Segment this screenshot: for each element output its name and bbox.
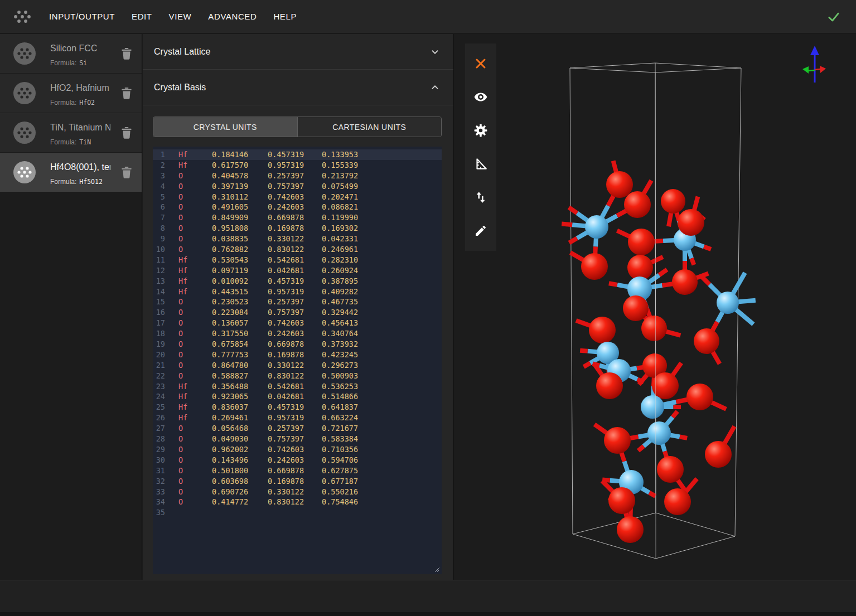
delete-material-button[interactable] bbox=[120, 47, 133, 61]
material-item-4[interactable]: Hf4O8(001), terFormula:Hf5O12 bbox=[0, 153, 142, 192]
menu-item-edit[interactable]: EDIT bbox=[130, 7, 153, 26]
basis-row[interactable]: 17O0.1360570.7426030.456413 bbox=[153, 318, 442, 328]
atom-O[interactable] bbox=[652, 372, 679, 399]
axis-right-arrowhead bbox=[820, 66, 826, 73]
basis-row[interactable]: 28O0.0490300.7573970.583384 bbox=[153, 434, 442, 444]
basis-row[interactable]: 7O0.8499090.6698780.119990 bbox=[153, 212, 442, 223]
menu-item-input-output[interactable]: INPUT/OUTPUT bbox=[48, 7, 116, 26]
coord-y: 0.242603 bbox=[268, 455, 322, 465]
basis-row[interactable]: 15O0.2305230.2573970.467735 bbox=[153, 297, 442, 307]
coord-z: 0.721677 bbox=[322, 423, 378, 434]
basis-row[interactable]: 3O0.4045780.2573970.213792 bbox=[153, 171, 442, 181]
menu-item-advanced[interactable]: ADVANCED bbox=[207, 7, 258, 26]
atom-O[interactable] bbox=[617, 516, 644, 543]
atom-Hf[interactable] bbox=[647, 421, 671, 445]
basis-row[interactable]: 2Hf0.6175700.9573190.155339 bbox=[153, 160, 442, 171]
atom-O[interactable] bbox=[606, 171, 633, 198]
basis-row[interactable]: 20O0.7777530.1698780.423245 bbox=[153, 350, 442, 360]
chevron-up-icon[interactable] bbox=[429, 81, 441, 94]
atom-O[interactable] bbox=[624, 191, 651, 218]
atom-O[interactable] bbox=[628, 229, 655, 255]
basis-row[interactable]: 21O0.8647800.3301220.296273 bbox=[153, 360, 442, 371]
measure-button[interactable] bbox=[465, 147, 496, 181]
basis-row[interactable]: 19O0.6758540.6698780.373932 bbox=[153, 339, 442, 350]
basis-row[interactable]: 27O0.0564680.2573970.721677 bbox=[153, 423, 442, 434]
basis-row[interactable]: 13Hf0.0100920.4573190.387895 bbox=[153, 276, 442, 287]
basis-row[interactable]: 26Hf0.2694610.9573190.663224 bbox=[153, 413, 442, 423]
axes-gizmo[interactable] bbox=[802, 46, 826, 83]
atom-Hf[interactable] bbox=[641, 395, 664, 419]
basis-row[interactable]: 14Hf0.4435150.9573190.409282 bbox=[153, 287, 442, 297]
save-check-button[interactable] bbox=[826, 9, 842, 25]
atom-O[interactable] bbox=[661, 189, 685, 214]
import-export-button[interactable] bbox=[465, 181, 496, 214]
basis-row[interactable]: 18O0.3175500.2426030.340764 bbox=[153, 328, 442, 339]
delete-material-button[interactable] bbox=[120, 127, 133, 140]
atom-O[interactable] bbox=[705, 441, 732, 468]
atom-O[interactable] bbox=[623, 295, 649, 321]
basis-row[interactable]: 10O0.7628820.8301220.246961 bbox=[153, 244, 442, 255]
basis-row[interactable]: 23Hf0.3564880.5426810.536253 bbox=[153, 381, 442, 392]
basis-row-empty[interactable]: 35 bbox=[153, 507, 442, 518]
coord-z: 0.075499 bbox=[322, 181, 378, 192]
close-button[interactable] bbox=[465, 47, 496, 80]
atom-O[interactable] bbox=[672, 269, 698, 295]
section-crystal-basis[interactable]: Crystal Basis bbox=[143, 70, 453, 105]
material-item-2[interactable]: HfO2, HafniumFormula:HfO2 bbox=[0, 74, 142, 113]
edit-button[interactable] bbox=[465, 214, 496, 248]
line-number: 31 bbox=[153, 465, 165, 476]
atom-Hf[interactable] bbox=[585, 215, 608, 239]
app-logo-dots-icon[interactable] bbox=[12, 7, 32, 27]
basis-row[interactable]: 34O0.4147720.8301220.754846 bbox=[153, 497, 442, 507]
atom-O[interactable] bbox=[641, 316, 667, 341]
atom-O[interactable] bbox=[596, 372, 623, 399]
delete-material-button[interactable] bbox=[120, 166, 133, 180]
basis-row[interactable]: 32O0.6036980.1698780.677187 bbox=[153, 476, 442, 487]
basis-row[interactable]: 5O0.3101120.7426030.202471 bbox=[153, 192, 442, 202]
settings-button[interactable] bbox=[465, 114, 496, 147]
visibility-button[interactable] bbox=[465, 80, 496, 114]
basis-row[interactable]: 31O0.5018000.6698780.627875 bbox=[153, 465, 442, 476]
atom-O[interactable] bbox=[604, 427, 631, 454]
basis-row[interactable]: 33O0.6907260.3301220.550216 bbox=[153, 487, 442, 497]
atom-O[interactable] bbox=[664, 488, 691, 515]
atom-O[interactable] bbox=[657, 456, 684, 483]
chevron-down-icon[interactable] bbox=[429, 46, 441, 58]
material-item-3[interactable]: TiN, Titanium NFormula:TiN bbox=[0, 113, 142, 153]
unit-cell-scene[interactable] bbox=[454, 34, 856, 580]
atom-O[interactable] bbox=[589, 317, 616, 343]
basis-row[interactable]: 22O0.5888270.8301220.500903 bbox=[153, 371, 442, 381]
basis-row[interactable]: 4O0.3971390.7573970.075499 bbox=[153, 181, 442, 192]
basis-row[interactable]: 12Hf0.0971190.0426810.260924 bbox=[153, 265, 442, 276]
atom-Hf[interactable] bbox=[717, 292, 739, 314]
menu-item-help[interactable]: HELP bbox=[272, 7, 298, 26]
basis-row[interactable]: 1Hf0.1841460.4573190.133953 bbox=[153, 149, 442, 160]
structure-viewer[interactable] bbox=[454, 34, 856, 580]
basis-row[interactable]: 6O0.4916050.2426030.086821 bbox=[153, 202, 442, 212]
section-crystal-lattice[interactable]: Crystal Lattice bbox=[143, 34, 453, 70]
basis-row[interactable]: 9O0.0388350.3301220.042331 bbox=[153, 234, 442, 244]
basis-row[interactable]: 25Hf0.8360370.4573190.641837 bbox=[153, 402, 442, 413]
basis-row[interactable]: 30O0.1434960.2426030.594706 bbox=[153, 455, 442, 465]
editor-resize-handle[interactable] bbox=[433, 566, 440, 573]
basis-row[interactable]: 29O0.9620020.7426030.710356 bbox=[153, 444, 442, 455]
atom-O[interactable] bbox=[581, 253, 608, 280]
atom-O[interactable] bbox=[686, 384, 713, 410]
atom-O[interactable] bbox=[678, 209, 704, 236]
atom-O[interactable] bbox=[694, 328, 719, 354]
tab-crystal-units[interactable]: CRYSTAL UNITS bbox=[153, 117, 297, 137]
delete-material-button[interactable] bbox=[120, 87, 133, 100]
basis-row[interactable]: 16O0.2230840.7573970.329442 bbox=[153, 307, 442, 318]
basis-row[interactable]: 11Hf0.5305430.5426810.282310 bbox=[153, 255, 442, 265]
menu-item-view[interactable]: VIEW bbox=[168, 7, 193, 26]
basis-coordinates-editor[interactable]: 1Hf0.1841460.4573190.1339532Hf0.6175700.… bbox=[153, 147, 442, 574]
atom-O[interactable] bbox=[608, 487, 635, 514]
bond-stub bbox=[577, 232, 588, 238]
material-item-1[interactable]: Silicon FCCFormula:Si bbox=[0, 34, 142, 74]
basis-row[interactable]: 24Hf0.9230650.0426810.514866 bbox=[153, 391, 442, 402]
coord-x: 0.414772 bbox=[212, 497, 268, 507]
tab-cartesian-units[interactable]: CARTESIAN UNITS bbox=[297, 117, 442, 137]
bond-stub bbox=[724, 426, 735, 444]
basis-row[interactable]: 8O0.9518080.1698780.169302 bbox=[153, 223, 442, 234]
bond-stub bbox=[609, 283, 617, 285]
